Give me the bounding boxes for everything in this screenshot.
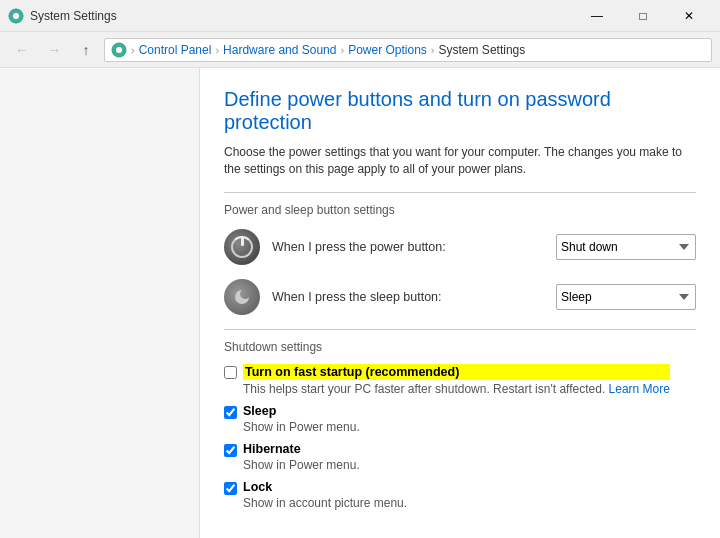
lock-content: Lock Show in account picture menu. [243,480,407,510]
sleep-button-label: When I press the sleep button: [272,290,544,304]
sleep-button-select[interactable]: Sleep Hibernate Shut down Do nothing [556,284,696,310]
fast-startup-row: Turn on fast startup (recommended) This … [224,364,696,396]
title-bar-controls: — □ ✕ [574,0,712,32]
power-sleep-section-label: Power and sleep button settings [224,203,696,217]
minimize-button[interactable]: — [574,0,620,32]
lock-sublabel: Show in account picture menu. [243,496,407,510]
fast-startup-checkbox[interactable] [224,366,237,379]
breadcrumb-power-options[interactable]: Power Options [348,43,427,57]
lock-row: Lock Show in account picture menu. [224,480,696,510]
breadcrumb-control-panel[interactable]: Control Panel [139,43,212,57]
forward-button[interactable]: → [40,36,68,64]
moon-icon [233,288,251,306]
maximize-button[interactable]: □ [620,0,666,32]
hibernate-sublabel: Show in Power menu. [243,458,360,472]
power-button-select[interactable]: Shut down Sleep Hibernate Turn off the d… [556,234,696,260]
sleep-checkbox[interactable] [224,406,237,419]
up-button[interactable]: ↑ [72,36,100,64]
close-button[interactable]: ✕ [666,0,712,32]
divider-2 [224,329,696,330]
title-bar: System Settings — □ ✕ [0,0,720,32]
breadcrumb-sep-3: › [431,44,435,56]
breadcrumb: › Control Panel › Hardware and Sound › P… [104,38,712,62]
svg-point-1 [13,13,19,19]
fast-startup-content: Turn on fast startup (recommended) This … [243,364,670,396]
page-title: Define power buttons and turn on passwor… [224,88,696,134]
divider-1 [224,192,696,193]
sleep-button-row: When I press the sleep button: Sleep Hib… [224,279,696,315]
lock-label[interactable]: Lock [243,480,407,494]
content-area: Define power buttons and turn on passwor… [200,68,720,538]
breadcrumb-sep-1: › [215,44,219,56]
sleep-label[interactable]: Sleep [243,404,360,418]
fast-startup-sublabel: This helps start your PC faster after sh… [243,382,670,396]
page-description: Choose the power settings that you want … [224,144,696,178]
breadcrumb-sep-0: › [131,44,135,56]
hibernate-checkbox[interactable] [224,444,237,457]
breadcrumb-hardware-sound[interactable]: Hardware and Sound [223,43,336,57]
fast-startup-label[interactable]: Turn on fast startup (recommended) [243,364,670,380]
sidebar [0,68,200,538]
lock-checkbox[interactable] [224,482,237,495]
nav-bar: ← → ↑ › Control Panel › Hardware and Sou… [0,32,720,68]
svg-point-3 [116,47,122,53]
power-button-label: When I press the power button: [272,240,544,254]
main-container: Define power buttons and turn on passwor… [0,68,720,538]
sleep-row: Sleep Show in Power menu. [224,404,696,434]
power-icon [224,229,260,265]
hibernate-content: Hibernate Show in Power menu. [243,442,360,472]
app-icon [8,8,24,24]
hibernate-row: Hibernate Show in Power menu. [224,442,696,472]
hibernate-label[interactable]: Hibernate [243,442,360,456]
learn-more-link[interactable]: Learn More [609,382,670,396]
sleep-sublabel: Show in Power menu. [243,420,360,434]
power-button-row: When I press the power button: Shut down… [224,229,696,265]
breadcrumb-icon [111,42,127,58]
sleep-icon [224,279,260,315]
breadcrumb-sep-2: › [340,44,344,56]
back-button[interactable]: ← [8,36,36,64]
title-bar-text: System Settings [30,9,117,23]
sleep-content: Sleep Show in Power menu. [243,404,360,434]
breadcrumb-system-settings: System Settings [439,43,526,57]
shutdown-section-label: Shutdown settings [224,340,696,354]
